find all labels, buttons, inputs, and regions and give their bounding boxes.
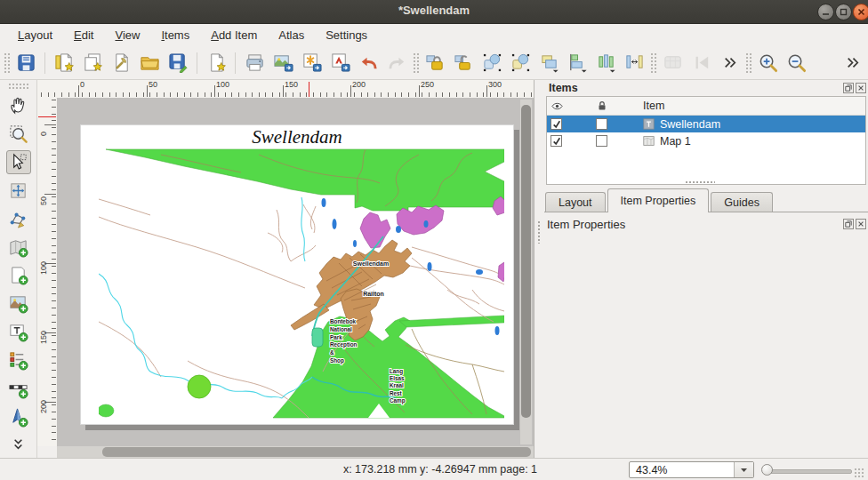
chevron-down-icon (740, 468, 748, 473)
zoom-slider-track[interactable] (763, 469, 852, 474)
tab-item-properties[interactable]: Item Properties (607, 188, 710, 212)
menu-edit[interactable]: Edit (65, 26, 102, 44)
ruler-label: 150 (285, 80, 298, 89)
save-as-template-button[interactable] (165, 51, 190, 76)
properties-panel-close-button[interactable] (856, 219, 866, 229)
splitter-handle[interactable] (537, 220, 542, 244)
align-items-icon (567, 52, 588, 73)
close-button[interactable] (853, 4, 868, 20)
align-items-button[interactable] (565, 51, 590, 76)
duplicate-layout-button[interactable] (80, 51, 105, 76)
menu-items[interactable]: Items (152, 26, 198, 44)
lock-checkbox[interactable] (596, 118, 607, 130)
properties-panel-float-button[interactable] (843, 219, 854, 229)
toolbar-overflow-right-button[interactable] (840, 51, 864, 76)
add-legend-tool[interactable] (6, 348, 31, 372)
toolbar-overflow-button[interactable] (717, 51, 742, 76)
status-bar: x: 173.218 mm y: -4.26947 mm page: 1 43.… (0, 458, 868, 480)
menu-settings[interactable]: Settings (317, 26, 376, 44)
horizontal-scrollbar-thumb[interactable] (102, 447, 531, 457)
horizontal-scrollbar[interactable] (57, 446, 534, 458)
layout-manager-button[interactable] (108, 51, 133, 76)
menu-atlas[interactable]: Atlas (269, 26, 313, 44)
pan-tool[interactable] (6, 93, 31, 117)
window-title: *Swellendam (0, 4, 868, 17)
map-item[interactable]: SwellendamRailtonBontebokNationalParkRec… (99, 148, 504, 420)
lock-checkbox[interactable] (596, 135, 607, 147)
vertical-scrollbar-thumb[interactable] (521, 105, 531, 418)
tab-guides[interactable]: Guides (711, 192, 773, 212)
resize-items-button[interactable] (622, 51, 647, 76)
add-pages-button[interactable] (204, 51, 229, 76)
eye-icon (551, 100, 564, 113)
add-3d-map-tool[interactable] (6, 264, 31, 288)
item-row-swellendam[interactable]: Swellendam (547, 116, 865, 132)
add-north-arrow-tool[interactable] (6, 405, 31, 429)
layout-page: Swellendam (80, 124, 514, 425)
ruler-label: 100 (39, 261, 48, 275)
export-svg-button[interactable] (299, 51, 324, 76)
add-map-tool[interactable] (6, 236, 31, 260)
window-resize-grip[interactable] (854, 468, 865, 479)
zoom-tool[interactable] (6, 122, 31, 146)
distribute-items-button[interactable] (593, 51, 618, 76)
move-item-content-tool[interactable] (6, 179, 31, 203)
tools-overflow-button[interactable] (6, 434, 31, 458)
minimize-button[interactable] (817, 4, 834, 20)
tab-layout[interactable]: Layout (545, 192, 606, 212)
menu-layout[interactable]: Layout (9, 26, 61, 44)
lock-items-button[interactable] (422, 51, 447, 76)
open-button[interactable] (137, 51, 162, 76)
select-move-item-tool[interactable] (6, 150, 31, 174)
layout-title-label[interactable]: Swellendam (81, 125, 513, 148)
add-scalebar-tool[interactable] (6, 377, 31, 401)
visibility-column-header (547, 100, 589, 113)
items-list-header: Item (547, 97, 865, 116)
zoom-out-button[interactable] (784, 51, 808, 76)
undo-button[interactable] (356, 51, 381, 76)
toolbar-separator (745, 52, 751, 74)
menu-view[interactable]: View (106, 26, 149, 44)
unlock-items-icon (454, 52, 474, 73)
zoom-dropdown-button[interactable] (734, 462, 753, 477)
export-image-button[interactable] (270, 51, 295, 76)
right-panel: Items ItemSwellendamMap 1 LayoutItem Pro… (544, 80, 868, 458)
zoom-level-combobox[interactable]: 43.4% (629, 461, 754, 478)
add-legend-icon (8, 350, 28, 371)
properties-panel-title: Item Properties (547, 218, 625, 231)
items-panel-resize-handle[interactable] (685, 180, 715, 185)
zoom-in-button[interactable] (755, 51, 780, 76)
visibility-checkbox[interactable] (551, 135, 562, 147)
save-project-button[interactable] (13, 51, 38, 76)
item-row-map-1[interactable]: Map 1 (547, 132, 865, 149)
map-place-label: Camp (390, 397, 406, 404)
distribute-items-icon (596, 52, 616, 73)
add-label-tool[interactable] (6, 320, 31, 344)
layout-canvas[interactable]: Swellendam (57, 98, 534, 446)
export-image-icon (273, 52, 293, 73)
visibility-checkbox[interactable] (551, 118, 562, 130)
edit-nodes-tool[interactable] (6, 207, 31, 231)
print-button[interactable] (242, 51, 267, 76)
toolbar-separator (413, 52, 419, 74)
raise-items-button[interactable] (536, 51, 561, 76)
menu-add-item[interactable]: Add Item (202, 26, 266, 44)
vertical-scrollbar[interactable] (520, 100, 532, 444)
maximize-button[interactable] (835, 4, 852, 20)
group-items-button[interactable] (479, 51, 504, 76)
close-icon (857, 220, 864, 228)
map-place-label: Reception (330, 341, 358, 348)
zoom-slider-handle[interactable] (761, 464, 773, 476)
new-layout-icon (54, 52, 75, 73)
new-layout-button[interactable] (52, 51, 76, 76)
ungroup-items-button[interactable] (508, 51, 533, 76)
add-picture-tool[interactable] (6, 292, 31, 316)
items-panel-close-button[interactable] (856, 83, 866, 93)
open-folder-icon (140, 52, 160, 73)
toolbar-separator (197, 52, 197, 74)
atlas-first-icon (691, 52, 711, 73)
unlock-items-button[interactable] (451, 51, 476, 76)
title-bar: *Swellendam (0, 0, 868, 24)
items-panel-float-button[interactable] (843, 83, 854, 93)
export-pdf-button[interactable] (327, 51, 352, 76)
